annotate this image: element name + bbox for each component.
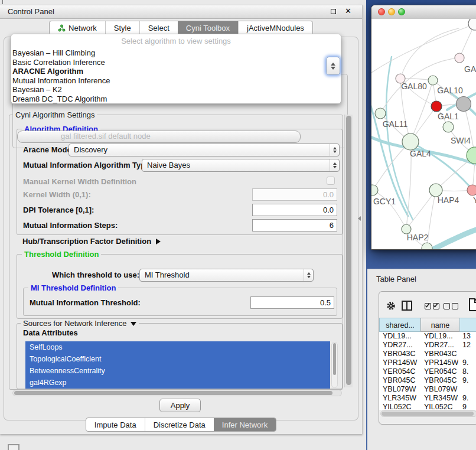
table-cell[interactable]: YPR145W xyxy=(424,358,458,367)
table-cell[interactable] xyxy=(462,385,476,394)
minimize-traffic-light-button[interactable] xyxy=(388,8,395,15)
table-cell[interactable]: 9. xyxy=(462,394,476,403)
tab-infer-network[interactable]: Infer Network xyxy=(214,418,276,431)
table-cell[interactable]: 12 xyxy=(462,341,476,350)
gear-icon[interactable] xyxy=(386,301,396,313)
apply-button[interactable]: Apply xyxy=(159,399,201,412)
algorithm-option-mutual-information-inference[interactable]: Mutual Information Inference xyxy=(11,76,341,86)
table-cell[interactable]: 9 xyxy=(462,403,476,410)
attribute-item-betweennesscentrality[interactable]: BetweennessCentrality xyxy=(25,365,330,377)
table-cell[interactable]: YIL052C xyxy=(383,403,419,410)
select-all-checkbox-icon[interactable] xyxy=(425,303,431,309)
network-window-titlebar[interactable] xyxy=(371,5,476,19)
network-node-gal[interactable] xyxy=(455,53,464,63)
aracne-mode-combo[interactable]: Discovery xyxy=(69,144,340,156)
table-cell[interactable]: YLR345W xyxy=(424,394,458,403)
algorithm-option-bayesian-k2[interactable]: Bayesian – K2 xyxy=(11,85,341,94)
table-row-ybl079w[interactable]: YBL079WYBL079W xyxy=(379,385,476,394)
network-node[interactable] xyxy=(457,97,471,112)
deselect-checkbox-icon[interactable] xyxy=(444,303,450,309)
table-hscrollbar-thumb[interactable] xyxy=(382,412,474,416)
algorithm-option-dream8-dc-tdc-algorithm[interactable]: Dream8 DC_TDC Algorithm xyxy=(11,94,341,104)
network-node[interactable] xyxy=(431,101,442,112)
mi-steps-input[interactable]: 6 xyxy=(252,219,337,231)
settings-vertical-scrollbar[interactable] xyxy=(344,115,353,387)
attribute-item-selfloops[interactable]: SelfLoops xyxy=(25,341,330,353)
table-cell[interactable]: YDR27... xyxy=(424,341,458,350)
close-traffic-light-button[interactable] xyxy=(378,8,385,15)
network-node-gal10[interactable] xyxy=(428,76,438,85)
table-row-ybr043c[interactable]: YBR043CYBR043C xyxy=(379,350,476,358)
table-horizontal-scrollbar[interactable] xyxy=(380,410,476,417)
columns-icon[interactable] xyxy=(402,301,412,313)
tab-network[interactable]: Network xyxy=(50,21,105,34)
table-cell[interactable]: YER054C xyxy=(424,367,458,376)
settings-vscrollbar-thumb[interactable] xyxy=(346,116,351,385)
network-node-gal4[interactable] xyxy=(402,133,419,150)
tab-impute-data[interactable]: Impute Data xyxy=(86,418,145,431)
algorithm-option-bayesian-hill-climbing[interactable]: Bayesian – Hill Climbing xyxy=(11,48,341,58)
network-node[interactable] xyxy=(422,243,432,249)
column-header-name[interactable]: name xyxy=(420,318,460,332)
tab-style[interactable]: Style xyxy=(105,21,139,34)
mi-algorithm-type-combo[interactable]: Naive Bayes xyxy=(142,159,340,172)
table-row-ybr045c[interactable]: YBR045CYBR045C9. xyxy=(379,376,476,385)
dpi-tolerance-input[interactable]: 0.0 xyxy=(252,204,337,216)
table-row-yer054c[interactable]: YER054CYER054C8. xyxy=(379,367,476,376)
network-node-gal11[interactable] xyxy=(375,108,386,119)
table-cell[interactable]: YBR045C xyxy=(383,376,419,385)
attribute-item-topologicalcoefficient[interactable]: TopologicalCoefficient xyxy=(25,353,330,365)
table-row-ydl19[interactable]: YDL19...YDL19...13 xyxy=(379,332,476,341)
table-cell[interactable]: YLR345W xyxy=(383,394,419,403)
table-cell[interactable]: YBR043C xyxy=(383,350,419,358)
table-cell[interactable]: YDR27... xyxy=(383,341,419,350)
tab-discretize-data[interactable]: Discretize Data xyxy=(145,418,214,431)
table-cell[interactable]: YBR045C xyxy=(424,376,458,385)
partially-hidden-combo[interactable]: gal filtered.sif default node xyxy=(17,131,301,143)
tab-cyni-toolbox[interactable]: Cyni Toolbox xyxy=(178,21,238,34)
network-node-y[interactable] xyxy=(467,185,476,195)
attributes-list-scrollbar[interactable] xyxy=(331,342,338,388)
table-row-ylr345w[interactable]: YLR345WYLR345W9. xyxy=(379,394,476,403)
tab-select[interactable]: Select xyxy=(139,21,178,34)
settings-horizontal-scrollbar[interactable] xyxy=(12,390,342,396)
network-node-hap4[interactable] xyxy=(429,184,442,197)
network-node-gcy1[interactable] xyxy=(371,185,378,195)
algorithm-option-aracne-algorithm[interactable]: ARACNE Algorithm xyxy=(11,67,341,76)
attributes-scrollbar-thumb[interactable] xyxy=(333,343,336,375)
table-cell[interactable]: YBL079W xyxy=(383,385,419,394)
table-row-ydr27[interactable]: YDR27...YDR27...12 xyxy=(379,341,476,350)
network-graph-canvas[interactable]: GALGAL80GAL10GAL1GAL11SWI4GAL4GCY1HAP4YH… xyxy=(371,19,476,249)
focused-combo-stepper[interactable] xyxy=(326,57,340,75)
deselect-checkbox-icon-2[interactable] xyxy=(452,303,458,309)
table-cell[interactable]: YER054C xyxy=(383,367,419,376)
network-node[interactable] xyxy=(468,19,476,30)
panel-splitter-handle[interactable] xyxy=(358,216,361,221)
table-row-yil052c[interactable]: YIL052CYIL052C9 xyxy=(379,403,476,410)
column-header-shared[interactable]: shared... xyxy=(379,318,421,332)
table-cell[interactable]: 8. xyxy=(462,367,476,376)
network-node-gal1[interactable] xyxy=(443,122,454,132)
table-cell[interactable]: YBL079W xyxy=(424,385,458,394)
attribute-item-gal4rgexp[interactable]: gal4RGexp xyxy=(25,377,330,389)
table-cell[interactable]: 13 xyxy=(462,332,476,341)
document-icon[interactable] xyxy=(469,298,476,314)
select-all-checkbox-icon-2[interactable] xyxy=(433,303,439,309)
table-cell[interactable]: 9. xyxy=(462,376,476,385)
settings-hscrollbar-thumb[interactable] xyxy=(14,391,332,395)
table-cell[interactable] xyxy=(462,350,476,358)
algorithm-option-basic-correlation-inference[interactable]: Basic Correlation Inference xyxy=(11,58,341,67)
table-cell[interactable]: YDL19... xyxy=(383,332,419,341)
table-cell[interactable]: YBR043C xyxy=(424,350,458,358)
close-icon[interactable]: ✕ xyxy=(345,6,351,15)
control-panel-titlebar[interactable]: Control Panel ✕ xyxy=(0,5,362,19)
tab-jactivemnodules[interactable]: jActiveMNodules xyxy=(238,21,312,34)
float-window-icon[interactable] xyxy=(331,9,336,14)
table-cell[interactable]: 9. xyxy=(462,358,476,367)
table-cell[interactable]: YDL19... xyxy=(424,332,458,341)
mi-threshold-input[interactable]: 0.5 xyxy=(250,296,334,309)
column-header-clipped[interactable] xyxy=(459,318,476,332)
table-row-ypr145w[interactable]: YPR145WYPR145W9. xyxy=(379,358,476,367)
table-cell[interactable]: YIL052C xyxy=(424,403,458,410)
which-threshold-combo[interactable]: MI Threshold xyxy=(139,269,314,282)
